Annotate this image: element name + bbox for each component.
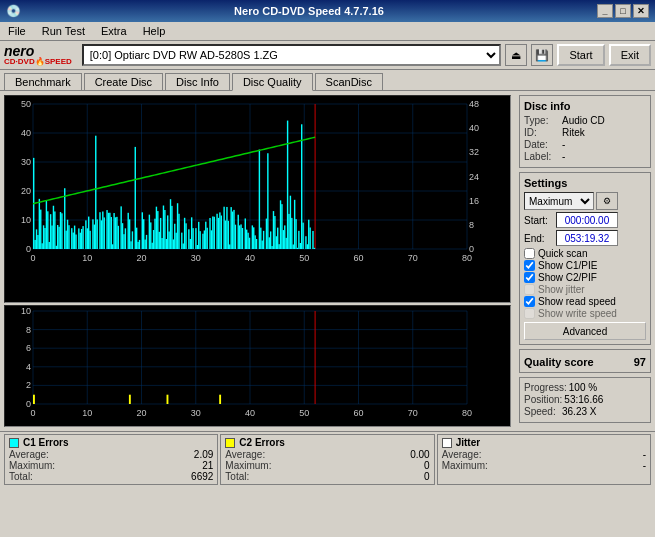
- tab-disc-info[interactable]: Disc Info: [165, 73, 230, 90]
- show-read-speed-label: Show read speed: [538, 296, 616, 307]
- end-time-label: End:: [524, 233, 554, 244]
- c1-maximum-row: Maximum: 21: [9, 460, 213, 471]
- start-button[interactable]: Start: [557, 44, 604, 66]
- exit-button[interactable]: Exit: [609, 44, 651, 66]
- position-label: Position:: [524, 394, 562, 405]
- quality-score-value: 97: [634, 356, 646, 368]
- nero-logo: nero CD·DVD🔥SPEED: [4, 44, 72, 66]
- c2-errors-label: C2 Errors: [239, 437, 285, 448]
- show-read-speed-row: Show read speed: [524, 296, 646, 307]
- show-jitter-checkbox[interactable]: [524, 284, 535, 295]
- title-bar-title: Nero CD-DVD Speed 4.7.7.16: [21, 5, 597, 17]
- advanced-button[interactable]: Advanced: [524, 322, 646, 340]
- menu-run-test[interactable]: Run Test: [38, 24, 89, 38]
- bottom-chart: [4, 305, 511, 427]
- jitter-label: Jitter: [456, 437, 480, 448]
- c1-errors-title: C1 Errors: [9, 437, 213, 448]
- menu-file[interactable]: File: [4, 24, 30, 38]
- c1-total-value: 6692: [183, 471, 213, 482]
- tab-scan-disc[interactable]: ScanDisc: [315, 73, 383, 90]
- tab-create-disc[interactable]: Create Disc: [84, 73, 163, 90]
- end-time-input[interactable]: [556, 230, 618, 246]
- show-c2-pif-checkbox[interactable]: [524, 272, 535, 283]
- settings-title: Settings: [524, 177, 646, 189]
- menu-bar: File Run Test Extra Help: [0, 22, 655, 41]
- eject-button[interactable]: ⏏: [505, 44, 527, 66]
- title-bar: 💿 Nero CD-DVD Speed 4.7.7.16 _ □ ✕: [0, 0, 655, 22]
- speed-value: 36.23 X: [562, 406, 596, 417]
- disc-id-value: Ritek: [562, 127, 585, 138]
- nero-cd-dvd-speed-logo: CD·DVD🔥SPEED: [4, 58, 72, 66]
- c1-maximum-label: Maximum:: [9, 460, 55, 471]
- tab-benchmark[interactable]: Benchmark: [4, 73, 82, 90]
- jitter-maximum-row: Maximum: -: [442, 460, 646, 471]
- save-button[interactable]: 💾: [531, 44, 553, 66]
- c2-average-row: Average: 0.00: [225, 449, 429, 460]
- speed-select[interactable]: Maximum: [524, 192, 594, 210]
- c1-average-label: Average:: [9, 449, 49, 460]
- disc-label-row: Label: -: [524, 151, 646, 162]
- disc-label-label: Label:: [524, 151, 560, 162]
- show-read-speed-checkbox[interactable]: [524, 296, 535, 307]
- disc-type-row: Type: Audio CD: [524, 115, 646, 126]
- title-bar-icon: 💿: [6, 4, 21, 18]
- drive-selector[interactable]: [0:0] Optiarc DVD RW AD-5280S 1.ZG: [82, 44, 502, 66]
- show-c1-pie-checkbox[interactable]: [524, 260, 535, 271]
- jitter-maximum-value: -: [616, 460, 646, 471]
- c2-average-label: Average:: [225, 449, 265, 460]
- c2-maximum-value: 0: [400, 460, 430, 471]
- c1-errors-group: C1 Errors Average: 2.09 Maximum: 21 Tota…: [4, 434, 218, 485]
- title-bar-controls: _ □ ✕: [597, 4, 649, 18]
- disc-label-value: -: [562, 151, 565, 162]
- disc-type-label: Type:: [524, 115, 560, 126]
- right-panel: Disc info Type: Audio CD ID: Ritek Date:…: [515, 91, 655, 431]
- c2-maximum-label: Maximum:: [225, 460, 271, 471]
- show-write-speed-label: Show write speed: [538, 308, 617, 319]
- show-c2-pif-label: Show C2/PIF: [538, 272, 597, 283]
- disc-id-label: ID:: [524, 127, 560, 138]
- quick-scan-label: Quick scan: [538, 248, 587, 259]
- progress-section: Progress: 100 % Position: 53:16.66 Speed…: [519, 377, 651, 423]
- quick-scan-row: Quick scan: [524, 248, 646, 259]
- bottom-stats: C1 Errors Average: 2.09 Maximum: 21 Tota…: [0, 431, 655, 487]
- show-c1-pie-label: Show C1/PIE: [538, 260, 597, 271]
- jitter-average-value: -: [616, 449, 646, 460]
- speed-label: Speed:: [524, 406, 560, 417]
- show-c1-pie-row: Show C1/PIE: [524, 260, 646, 271]
- disc-type-value: Audio CD: [562, 115, 605, 126]
- c1-total-label: Total:: [9, 471, 33, 482]
- jitter-maximum-label: Maximum:: [442, 460, 488, 471]
- progress-value: 100 %: [569, 382, 597, 393]
- minimize-button[interactable]: _: [597, 4, 613, 18]
- show-write-speed-row: Show write speed: [524, 308, 646, 319]
- maximize-button[interactable]: □: [615, 4, 631, 18]
- progress-label: Progress:: [524, 382, 567, 393]
- position-value: 53:16.66: [564, 394, 603, 405]
- tab-disc-quality[interactable]: Disc Quality: [232, 73, 313, 91]
- menu-help[interactable]: Help: [139, 24, 170, 38]
- show-jitter-label: Show jitter: [538, 284, 585, 295]
- speed-row-info: Speed: 36.23 X: [524, 406, 646, 417]
- settings-section: Settings Maximum ⚙ Start: End: Quick sca…: [519, 172, 651, 345]
- c1-color-box: [9, 438, 19, 448]
- chart-area: [0, 91, 515, 431]
- jitter-title: Jitter: [442, 437, 646, 448]
- speed-row: Maximum ⚙: [524, 192, 646, 210]
- menu-extra[interactable]: Extra: [97, 24, 131, 38]
- show-write-speed-checkbox[interactable]: [524, 308, 535, 319]
- progress-row: Progress: 100 %: [524, 382, 646, 393]
- c2-errors-group: C2 Errors Average: 0.00 Maximum: 0 Total…: [220, 434, 434, 485]
- start-time-input[interactable]: [556, 212, 618, 228]
- disc-info-section: Disc info Type: Audio CD ID: Ritek Date:…: [519, 95, 651, 168]
- start-time-label: Start:: [524, 215, 554, 226]
- quick-scan-checkbox[interactable]: [524, 248, 535, 259]
- disc-info-title: Disc info: [524, 100, 646, 112]
- settings-icon-button[interactable]: ⚙: [596, 192, 618, 210]
- end-time-row: End:: [524, 230, 646, 246]
- c2-errors-title: C2 Errors: [225, 437, 429, 448]
- close-button[interactable]: ✕: [633, 4, 649, 18]
- c2-maximum-row: Maximum: 0: [225, 460, 429, 471]
- disc-date-row: Date: -: [524, 139, 646, 150]
- c2-color-box: [225, 438, 235, 448]
- nero-logo-text: nero: [4, 44, 34, 58]
